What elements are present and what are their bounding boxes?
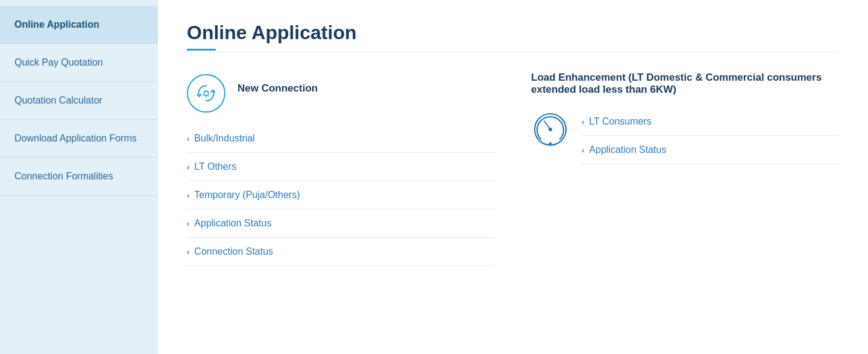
bulk-industrial-link[interactable]: › Bulk/Industrial — [187, 133, 495, 144]
sidebar-item-online-application[interactable]: Online Application — [0, 6, 158, 44]
list-item: › Temporary (Puja/Others) — [187, 181, 495, 210]
new-connection-icon — [187, 74, 225, 113]
gauge-icon — [531, 110, 570, 149]
list-item: › Application Status — [187, 210, 495, 238]
chevron-icon: › — [582, 146, 584, 155]
sidebar-item-quotation-calculator[interactable]: Quotation Calculator — [0, 82, 158, 120]
svg-marker-7 — [548, 141, 553, 145]
svg-point-6 — [549, 128, 552, 131]
new-connection-section: New Connection › Bulk/Industrial › LT Ot… — [187, 72, 495, 266]
load-enhancement-content: › LT Consumers › Application Status — [531, 108, 839, 164]
svg-rect-0 — [204, 92, 208, 95]
new-connection-links: › Bulk/Industrial › LT Others › Temporar… — [187, 125, 495, 266]
sidebar: Online Application Quick Pay Quotation Q… — [0, 0, 158, 354]
load-enhancement-title: Load Enhancement — [531, 72, 626, 83]
connection-status-link[interactable]: › Connection Status — [187, 246, 495, 257]
new-connection-header: New Connection — [187, 72, 495, 113]
temporary-link[interactable]: › Temporary (Puja/Others) — [187, 190, 495, 200]
list-item: › LT Others — [187, 153, 495, 181]
sidebar-item-quick-pay-quotation[interactable]: Quick Pay Quotation — [0, 44, 158, 82]
application-status-link[interactable]: › Application Status — [187, 218, 495, 229]
lt-others-link[interactable]: › LT Others — [187, 161, 495, 172]
list-item: › Connection Status — [187, 238, 495, 266]
title-divider — [187, 52, 839, 52]
chevron-icon: › — [187, 219, 189, 228]
new-connection-title: New Connection — [237, 72, 318, 95]
list-item: › Application Status — [582, 136, 839, 164]
chevron-icon: › — [187, 247, 189, 256]
load-enhancement-section: Load Enhancement (LT Domestic & Commerci… — [531, 72, 839, 266]
sidebar-item-download-forms[interactable]: Download Application Forms — [0, 120, 158, 158]
lt-consumers-link[interactable]: › LT Consumers — [582, 116, 839, 127]
title-underline — [187, 49, 216, 51]
chevron-icon: › — [187, 134, 189, 143]
list-item: › Bulk/Industrial — [187, 125, 495, 153]
load-application-status-link[interactable]: › Application Status — [582, 144, 839, 155]
list-item: › LT Consumers — [582, 108, 839, 136]
page-title: Online Application — [187, 22, 839, 44]
content-grid: New Connection › Bulk/Industrial › LT Ot… — [187, 72, 839, 266]
sidebar-item-connection-formalities[interactable]: Connection Formalities — [0, 158, 158, 196]
main-content: Online Application — [158, 0, 868, 354]
load-enhancement-links: › LT Consumers › Application Status — [582, 108, 839, 164]
chevron-icon: › — [582, 117, 584, 126]
chevron-icon: › — [187, 163, 189, 172]
chevron-icon: › — [187, 191, 189, 200]
